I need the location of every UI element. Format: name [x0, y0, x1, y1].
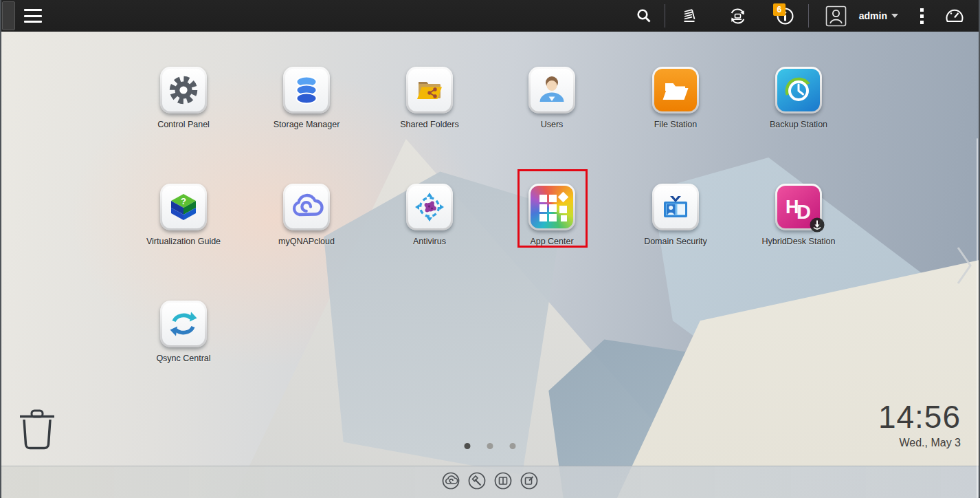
- quick-links: [442, 472, 538, 490]
- user-menu[interactable]: admin: [852, 0, 898, 32]
- app-tile-users[interactable]: Users: [504, 67, 600, 129]
- app-tile-backup-station[interactable]: Backup Station: [750, 67, 847, 129]
- app-label: Shared Folders: [381, 120, 478, 129]
- qts-desktop-window: 6 admin: [0, 0, 980, 498]
- avatar-icon: [825, 6, 847, 27]
- notification-badge: 6: [773, 3, 786, 16]
- chevron-down-icon: [891, 14, 898, 18]
- app-label: Domain Security: [627, 237, 724, 246]
- external-device-icon: [728, 7, 747, 25]
- next-page-chevron[interactable]: [954, 243, 975, 288]
- download-badge-icon: [809, 217, 825, 233]
- database-icon: [285, 69, 328, 111]
- more-options-button[interactable]: [898, 0, 944, 32]
- search-button[interactable]: [623, 0, 665, 32]
- app-tile-virtualization-guide[interactable]: ? Virtualization Guide: [135, 184, 232, 246]
- app-tile-myqnapcloud[interactable]: myQNAPcloud: [258, 184, 355, 246]
- desktop-clock: 14:56 Wed., May 3: [878, 400, 961, 449]
- app-label: Virtualization Guide: [135, 237, 232, 246]
- shared-folder-icon: [408, 69, 451, 111]
- page-dot-3[interactable]: [510, 443, 516, 449]
- user-icon: [531, 69, 573, 111]
- clock-time: 14:56: [878, 400, 961, 433]
- gear-icon: [162, 69, 205, 111]
- desktop: Control Panel Storage Manager: [1, 32, 979, 498]
- app-label: Control Panel: [135, 120, 232, 129]
- virtualization-cube-icon: ?: [162, 186, 205, 228]
- background-tasks-icon: [680, 7, 698, 25]
- utilities-hammer-icon[interactable]: [468, 472, 486, 490]
- app-label: Qsync Central: [135, 354, 232, 363]
- app-label: File Station: [627, 120, 724, 129]
- app-tile-control-panel[interactable]: Control Panel: [135, 67, 232, 129]
- sync-arrows-icon: [162, 303, 205, 345]
- app-label: App Center: [504, 237, 600, 246]
- user-avatar[interactable]: [809, 0, 852, 32]
- feedback-note-icon[interactable]: [520, 472, 538, 490]
- kebab-menu-icon: [920, 8, 924, 24]
- username-label: admin: [859, 10, 887, 21]
- backup-clock-icon: [777, 69, 820, 111]
- manual-book-icon[interactable]: [494, 472, 512, 490]
- clock-date: Wed., May 3: [878, 437, 961, 449]
- cloud-icon: [285, 186, 328, 228]
- background-tasks-button[interactable]: [665, 0, 713, 32]
- app-tile-antivirus[interactable]: Antivirus: [381, 184, 478, 246]
- app-label: Users: [504, 120, 600, 129]
- dashboard-button[interactable]: [944, 0, 979, 32]
- app-label: HybridDesk Station: [750, 237, 847, 246]
- app-tile-domain-security[interactable]: Domain Security: [627, 184, 724, 246]
- main-menu-icon[interactable]: [24, 9, 42, 23]
- app-tile-qsync-central[interactable]: Qsync Central: [135, 301, 232, 363]
- app-tile-shared-folders[interactable]: Shared Folders: [381, 67, 478, 129]
- antivirus-target-icon: [408, 186, 451, 228]
- id-badge-icon: [654, 186, 697, 228]
- app-label: Backup Station: [750, 120, 847, 129]
- app-label: myQNAPcloud: [258, 237, 355, 246]
- app-label: Antivirus: [381, 237, 478, 246]
- app-tile-storage-manager[interactable]: Storage Manager: [258, 67, 355, 129]
- page-dot-1[interactable]: [465, 443, 471, 449]
- folder-icon: [654, 69, 697, 111]
- search-icon: [636, 8, 652, 24]
- page-dot-2[interactable]: [487, 443, 493, 449]
- app-tile-hybriddesk-station[interactable]: H D HybridDesk Station: [750, 184, 847, 246]
- notifications-button[interactable]: 6: [762, 0, 808, 32]
- top-bar: 6 admin: [1, 0, 979, 32]
- page-indicator: [465, 443, 516, 449]
- trash-icon: [19, 409, 55, 451]
- app-tile-app-center[interactable]: App Center: [504, 184, 600, 246]
- cloud-link-icon[interactable]: [442, 472, 460, 490]
- side-panel-handle[interactable]: [2, 1, 15, 30]
- svg-text:?: ?: [181, 196, 186, 206]
- external-device-button[interactable]: [713, 0, 762, 32]
- dashboard-gauge-icon: [944, 6, 965, 25]
- app-label: Storage Manager: [258, 120, 355, 129]
- app-tile-file-station[interactable]: File Station: [627, 67, 724, 129]
- app-center-grid-icon: [531, 186, 573, 228]
- scrollbar[interactable]: [977, 138, 978, 498]
- recycle-bin[interactable]: [19, 409, 55, 454]
